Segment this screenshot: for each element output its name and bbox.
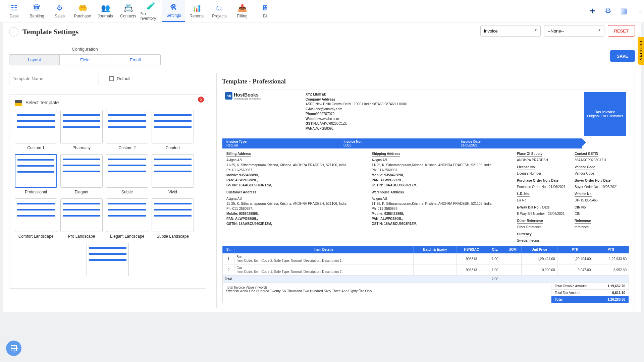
back-button[interactable]: ← — [9, 27, 18, 37]
page-title: Template Settings — [22, 27, 78, 36]
invoice-preview: hb HostBooksThe language of business XYZ… — [222, 89, 629, 303]
nav-filling[interactable]: 📥Filling — [231, 0, 254, 22]
preview-panel: Template - Professional hb HostBooksThe … — [216, 73, 635, 308]
template-card[interactable]: Pharmacy — [60, 110, 103, 150]
template-card[interactable]: Comfort — [152, 110, 194, 150]
reset-button[interactable]: RESET — [608, 25, 635, 37]
template-card[interactable]: Custom 1 — [15, 110, 57, 150]
template-card[interactable]: Custom 2 — [106, 110, 148, 150]
tax-invoice-box: Tax InvoiceOriginal For Customer — [584, 92, 626, 136]
close-icon[interactable]: ✕ — [198, 97, 204, 103]
brand-logo: hb HostBooksThe language of business — [225, 92, 306, 136]
tab-field[interactable]: Field — [59, 55, 110, 65]
select-template-panel: ✕ Select Template Custom 1PharmacyCustom… — [9, 94, 206, 289]
nav-purchase[interactable]: 🤲Purchase — [71, 0, 94, 22]
company-info: XYZ LIMITED Company Address ASDF New Del… — [306, 92, 584, 136]
apps-icon[interactable]: ▦ — [618, 5, 629, 17]
nav-banking[interactable]: 🏛Banking — [25, 0, 48, 22]
template-icon — [15, 100, 22, 105]
template-name-input[interactable] — [9, 73, 99, 84]
configuration-block: Configuration Layout Field Email — [9, 47, 161, 65]
top-right-controls: Invoice --None-- RESET — [480, 25, 635, 37]
nav-contacts[interactable]: 📇Contacts — [117, 0, 140, 22]
preview-title: Template - Professional — [222, 78, 629, 85]
header-caret-icon[interactable]: ⌄ — [638, 9, 641, 13]
nav-reports[interactable]: 📊Reports — [185, 0, 208, 22]
tab-layout[interactable]: Layout — [9, 55, 59, 65]
settings-gear-icon[interactable]: ⚙ — [602, 5, 614, 17]
template-card[interactable]: Vivid — [152, 154, 194, 194]
default-checkbox[interactable]: Default — [109, 76, 130, 81]
left-column: Default ✕ Select Template Custom 1Pharma… — [9, 73, 206, 308]
add-button[interactable]: + — [587, 5, 598, 17]
nav-sales[interactable]: ⚙Sales — [48, 0, 71, 22]
page: Invoice --None-- RESET ← Template Settin… — [3, 22, 641, 312]
configuration-title: Configuration — [9, 47, 161, 52]
template-card[interactable]: Elegant — [60, 154, 103, 194]
items-table: Sr.Item DetailsBatch & ExpiryHSN/SACQty.… — [222, 246, 629, 283]
template-card[interactable]: Comfort Landscape — [15, 198, 57, 239]
template-card[interactable]: Pro Landscape — [60, 198, 103, 239]
template-card[interactable]: Elegant Landscape — [106, 198, 148, 239]
select-template-title: Select Template — [25, 100, 59, 105]
template-card[interactable]: Subtle Landscape — [152, 198, 194, 239]
template-card[interactable]: Subtle — [106, 154, 148, 194]
tab-email[interactable]: Email — [110, 55, 160, 65]
profile-select[interactable]: --None-- — [544, 25, 604, 37]
nav-journals[interactable]: 👥Journals — [94, 0, 117, 22]
nav-pro-inventory[interactable]: 🧪Pro Inventory — [140, 0, 162, 22]
top-nav: ☷Desk 🏛Banking ⚙Sales 🤲Purchase 👥Journal… — [0, 0, 644, 22]
doc-type-select[interactable]: Invoice — [480, 25, 541, 37]
nav-settings[interactable]: 🛠Settings — [162, 0, 185, 22]
nav-bi[interactable]: 🖥BI — [254, 0, 276, 22]
nav-desk[interactable]: ☷Desk — [3, 0, 25, 22]
nav-projects[interactable]: 🗂Projects — [208, 0, 231, 22]
invoice-banner: Invoice Type:Regular Invoice No:0001 Inv… — [222, 138, 582, 148]
save-button[interactable]: SAVE — [610, 50, 635, 62]
options-tab[interactable]: OPTIONS — [638, 37, 644, 65]
template-card[interactable]: Professional — [15, 154, 57, 194]
